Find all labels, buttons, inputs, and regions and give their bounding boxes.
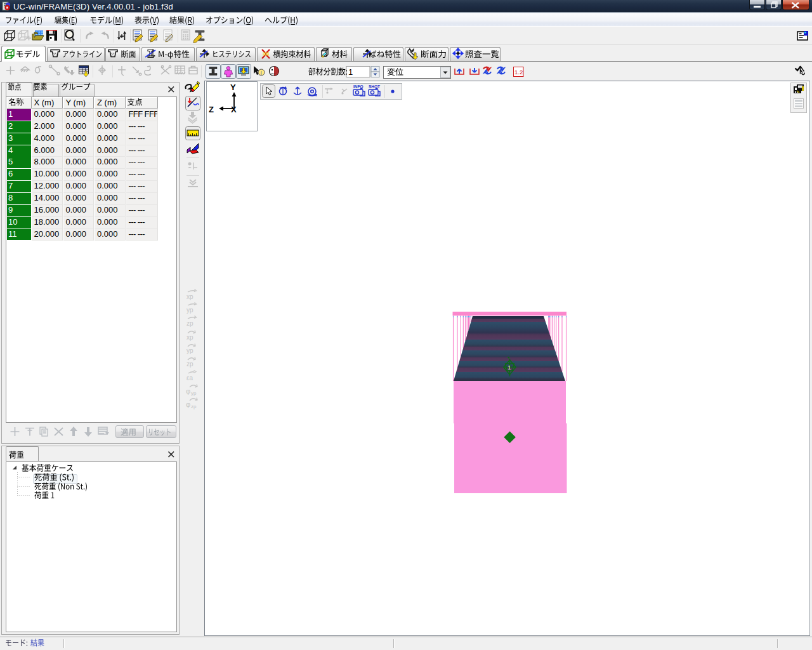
- svg-text:zp: zp: [187, 320, 193, 327]
- svg-text:xp: xp: [187, 293, 193, 300]
- svg-text:zp: zp: [191, 404, 197, 409]
- svg-text:φ: φ: [186, 401, 190, 408]
- svg-text:yp: yp: [187, 347, 193, 354]
- svg-text:xp: xp: [187, 334, 193, 341]
- svg-text:yp: yp: [191, 390, 197, 396]
- svg-text:yp: yp: [187, 307, 193, 314]
- svg-text:zp: zp: [187, 361, 193, 368]
- svg-text:εa: εa: [187, 375, 193, 381]
- svg-text:φ: φ: [186, 387, 190, 395]
